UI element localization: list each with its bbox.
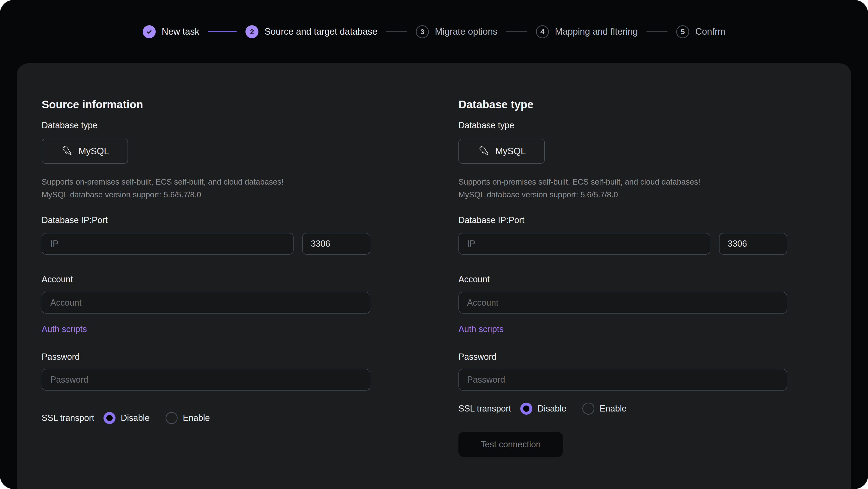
source-password-label: Password	[42, 352, 370, 362]
source-ssl-row: SSL transport Disable Enable	[42, 412, 370, 424]
step-new-task[interactable]: New task	[143, 25, 199, 38]
target-ip-input[interactable]	[458, 233, 710, 254]
step-source-target[interactable]: 2 Source and target database	[245, 25, 377, 38]
step-label: Mapping and fltering	[555, 27, 638, 37]
source-heading: Source information	[42, 99, 370, 110]
source-password-input[interactable]	[42, 369, 370, 391]
step-label: New task	[162, 27, 199, 37]
source-db-type-mysql-button[interactable]: MySQL	[42, 139, 128, 164]
target-ssl-disable-label: Disable	[537, 404, 566, 414]
wizard-stepper: New task 2 Source and target database 3 …	[0, 0, 868, 63]
test-connection-button[interactable]: Test connection	[458, 432, 563, 457]
target-ssl-row: SSL transport Disable Enable	[458, 403, 787, 415]
target-panel: Database type Database type MySQL Suppor…	[458, 63, 787, 457]
step-label: Confrm	[695, 27, 725, 37]
source-support-text: Supports on-premises self-built, ECS sel…	[42, 176, 370, 201]
target-support-line2: MySQL database version support: 5.6/5.7/…	[458, 188, 787, 201]
source-ssl-disable-radio[interactable]	[103, 412, 116, 424]
target-ip-port-label: Database IP:Port	[458, 215, 787, 225]
step-confirm[interactable]: 5 Confrm	[676, 25, 725, 38]
target-ssl-enable-radio[interactable]	[582, 403, 594, 415]
target-ssl-enable-label: Enable	[600, 404, 627, 414]
target-port-input[interactable]	[719, 233, 787, 254]
source-ssl-enable-label: Enable	[183, 413, 210, 423]
target-account-input[interactable]	[458, 292, 787, 313]
target-heading: Database type	[458, 99, 787, 110]
source-database-type-label: Database type	[42, 120, 370, 131]
step-complete-indicator	[143, 25, 156, 38]
check-icon	[146, 28, 153, 35]
step-number-indicator: 3	[416, 25, 429, 38]
target-db-type-mysql-button[interactable]: MySQL	[458, 139, 545, 164]
target-support-text: Supports on-premises self-built, ECS sel…	[458, 176, 787, 201]
target-ip-port-row	[458, 233, 787, 254]
target-password-label: Password	[458, 352, 787, 362]
source-ssl-enable-radio[interactable]	[165, 412, 178, 424]
source-support-line1: Supports on-premises self-built, ECS sel…	[42, 176, 370, 188]
target-account-label: Account	[458, 274, 787, 285]
step-number-indicator: 5	[676, 25, 689, 38]
source-ip-port-row	[42, 233, 370, 254]
target-auth-scripts-link[interactable]: Auth scripts	[458, 324, 504, 335]
target-password-input[interactable]	[458, 369, 787, 391]
app-screen: New task 2 Source and target database 3 …	[0, 0, 868, 489]
mysql-dolphin-icon	[477, 145, 490, 158]
source-support-line2: MySQL database version support: 5.6/5.7/…	[42, 188, 370, 201]
source-ssl-disable-label: Disable	[121, 413, 150, 423]
source-db-type-value: MySQL	[79, 146, 109, 156]
step-label: Migrate options	[435, 27, 497, 37]
step-connector	[506, 31, 527, 32]
source-auth-scripts-link[interactable]: Auth scripts	[42, 324, 87, 335]
target-support-line1: Supports on-premises self-built, ECS sel…	[458, 176, 787, 188]
step-number-indicator: 2	[245, 25, 258, 38]
mysql-dolphin-icon	[61, 145, 74, 158]
target-ssl-disable-radio[interactable]	[520, 403, 532, 415]
source-account-label: Account	[42, 274, 370, 285]
source-ip-port-label: Database IP:Port	[42, 215, 370, 225]
step-number-indicator: 4	[536, 25, 549, 38]
wizard-card: Source information Database type MySQL S…	[17, 63, 851, 489]
source-port-input[interactable]	[302, 233, 370, 254]
step-connector	[646, 31, 668, 32]
step-connector	[208, 31, 237, 32]
target-database-type-label: Database type	[458, 120, 787, 131]
step-label: Source and target database	[265, 27, 377, 37]
source-panel: Source information Database type MySQL S…	[42, 63, 370, 424]
step-connector	[386, 31, 407, 32]
target-db-type-value: MySQL	[495, 146, 526, 156]
target-ssl-label: SSL transport	[458, 404, 511, 414]
step-migrate-options[interactable]: 3 Migrate options	[416, 25, 497, 38]
source-ip-input[interactable]	[42, 233, 293, 254]
source-ssl-label: SSL transport	[42, 413, 94, 423]
step-mapping-filtering[interactable]: 4 Mapping and fltering	[536, 25, 638, 38]
source-account-input[interactable]	[42, 292, 370, 313]
